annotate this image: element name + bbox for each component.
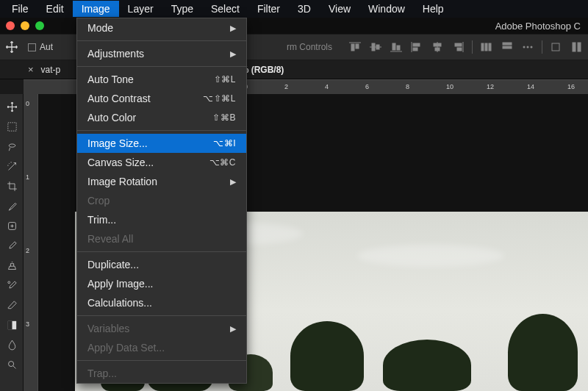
svg-rect-8 [397,46,400,50]
align-bottom-edges-icon[interactable] [390,41,403,53]
menu-item-label: Image Size... [87,137,213,149]
menu-item-calculations[interactable]: Calculations... [77,293,246,312]
svg-rect-5 [376,45,379,49]
submenu-arrow-icon: ▶ [230,177,236,187]
svg-rect-17 [457,48,462,51]
eyedropper-tool-icon[interactable] [0,196,24,216]
svg-rect-27 [573,43,576,51]
transform-controls-label-partial: rm Controls [287,42,332,52]
menu-item-canvas-size[interactable]: Canvas Size...⌥⌘C [77,153,246,172]
menu-item-label: Adjustments [87,48,230,60]
menu-item-auto-contrast[interactable]: Auto Contrast⌥⇧⌘L [77,89,246,108]
lasso-tool-icon[interactable] [0,137,24,157]
menu-file[interactable]: File [3,1,37,17]
menu-item-trap: Trap... [77,364,246,383]
brush-tool-icon[interactable] [0,236,24,256]
menu-3d[interactable]: 3D [289,1,320,17]
align-vertical-centers-icon[interactable] [369,41,382,53]
menu-item-variables: Variables▶ [77,319,246,338]
auto-select-label: Aut [40,42,53,52]
menu-item-apply-image[interactable]: Apply Image... [77,274,246,293]
menu-edit[interactable]: Edit [37,1,73,17]
menu-separator [77,130,246,131]
menu-item-label: Auto Contrast [87,93,203,104]
align-horizontal-centers-icon[interactable] [431,41,444,53]
close-window-button[interactable] [6,21,15,30]
menu-view[interactable]: View [320,1,359,17]
magic-wand-tool-icon[interactable] [0,157,24,176]
dodge-tool-icon[interactable] [0,355,24,375]
menu-item-image-size[interactable]: Image Size...⌥⌘I [77,134,246,153]
menu-item-auto-color[interactable]: Auto Color⇧⌘B [77,108,246,127]
menu-item-image-rotation[interactable]: Image Rotation▶ [77,172,246,191]
ruler-vertical[interactable]: 0123 [24,94,38,391]
menu-item-label: Reveal All [87,233,236,245]
menu-item-label: Duplicate... [87,259,236,270]
ruler-tick-label: 0 [26,100,29,107]
menu-item-adjustments[interactable]: Adjustments▶ [77,44,246,63]
auto-select-checkbox[interactable] [28,43,36,51]
svg-rect-7 [392,43,395,50]
document-tab-name[interactable]: vat-p [41,65,61,75]
svg-rect-13 [434,43,441,46]
move-tool-icon[interactable] [0,97,24,117]
svg-rect-19 [485,43,487,51]
move-tool-preset-icon[interactable] [4,40,19,54]
clone-stamp-tool-icon[interactable] [0,256,24,276]
menu-item-duplicate[interactable]: Duplicate... [77,255,246,274]
crop-tool-icon[interactable] [0,176,24,196]
align-to-icon[interactable] [570,41,584,53]
svg-rect-33 [7,321,12,329]
ruler-tick-label: 4 [325,83,329,90]
close-tab-icon[interactable]: × [28,64,34,75]
marquee-tool-icon[interactable] [0,117,24,137]
more-options-icon[interactable] [521,41,534,53]
menu-separator [77,66,246,67]
svg-point-31 [7,281,10,284]
3d-mode-icon[interactable] [550,41,563,53]
svg-rect-2 [356,44,359,49]
image-menu-dropdown: Mode▶Adjustments▶Auto Tone⇧⌘LAuto Contra… [76,18,247,384]
menu-item-label: Calculations... [87,297,236,309]
menu-item-reveal-all: Reveal All [77,229,246,248]
menu-item-shortcut: ⇧⌘B [212,112,236,123]
menu-item-mode[interactable]: Mode▶ [77,18,246,37]
history-brush-tool-icon[interactable] [0,276,24,295]
svg-rect-28 [578,43,581,51]
svg-rect-21 [503,43,512,45]
submenu-arrow-icon: ▶ [230,24,236,33]
auto-select-option[interactable]: Aut [28,42,53,52]
align-left-edges-icon[interactable] [410,41,423,53]
menu-item-label: Apply Data Set... [87,342,236,354]
menu-window[interactable]: Window [359,1,414,17]
zoom-window-button[interactable] [35,21,44,30]
menu-item-shortcut: ⌥⌘I [213,138,236,148]
menu-help[interactable]: Help [414,1,453,17]
menu-item-label: Mode [87,22,230,34]
distribute-horizontal-icon[interactable] [480,41,493,53]
distribute-vertical-icon[interactable] [501,41,514,53]
menu-item-shortcut: ⌥⌘C [209,157,236,168]
svg-point-23 [523,46,526,49]
ruler-tick-label: 14 [527,83,534,90]
tools-panel [0,94,24,391]
menu-separator [77,360,246,361]
menu-item-label: Crop [87,195,236,207]
menu-type[interactable]: Type [162,1,202,17]
menu-image[interactable]: Image [73,1,119,17]
menu-select[interactable]: Select [202,1,248,17]
ruler-tick-label: 6 [365,83,369,90]
blur-tool-icon[interactable] [0,335,24,355]
menu-item-auto-tone[interactable]: Auto Tone⇧⌘L [77,70,246,89]
gradient-tool-icon[interactable] [0,315,24,335]
eraser-tool-icon[interactable] [0,295,24,315]
menu-layer[interactable]: Layer [119,1,162,17]
menu-filter[interactable]: Filter [248,1,289,17]
align-top-edges-icon[interactable] [348,41,362,53]
menu-item-trim[interactable]: Trim... [77,210,246,229]
align-right-edges-icon[interactable] [451,41,465,53]
menu-item-label: Image Rotation [87,176,230,187]
minimize-window-button[interactable] [21,21,29,30]
healing-brush-tool-icon[interactable] [0,216,24,236]
svg-rect-20 [489,43,491,51]
